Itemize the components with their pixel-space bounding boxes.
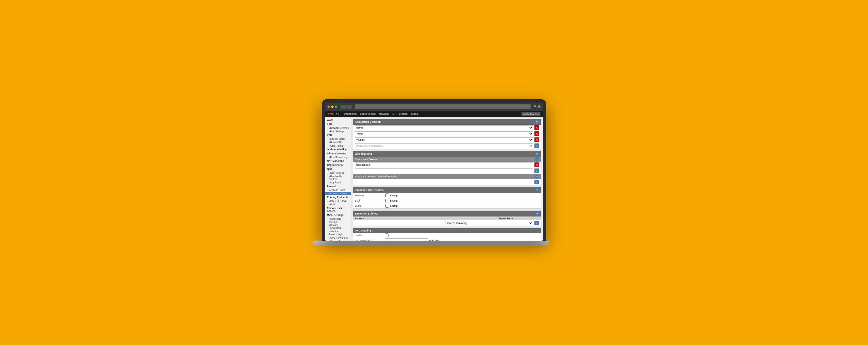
nav-network[interactable]: Network <box>378 112 390 116</box>
exempted-subnets-section: Exempted Subnets ? Network Subnet Mask <box>353 210 541 226</box>
subnet-column-headers: Network Subnet Mask <box>353 216 541 220</box>
url-logging-header: URL Logging <box>353 228 541 233</box>
customized-domains-header: Customized Domains ? <box>353 157 541 162</box>
browser-nav: ← → <box>340 105 352 109</box>
nav-dashboard[interactable]: Dashboard <box>342 112 358 116</box>
sidebar-item-wan[interactable]: WAN <box>325 118 351 122</box>
url-port-value: 514 <box>435 239 439 241</box>
url-enable-label: Enable <box>355 234 384 237</box>
subnet-mask-select[interactable]: 255.255.255.0 (/24) <box>445 221 533 226</box>
app-add-row: Please Select Application... + <box>353 143 541 149</box>
sidebar: WAN LAN Network Settings Port Settings V… <box>325 117 351 241</box>
exempted-subnets-help[interactable]: ? <box>535 212 539 216</box>
ug-checkbox-manager[interactable] <box>385 194 389 197</box>
app-select-twitter[interactable]: Twitter <box>355 131 533 136</box>
web-blocking-header: Web Blocking ? <box>353 151 541 157</box>
exempted-domain-input[interactable] <box>355 180 533 184</box>
application-blocking-title: Application Blocking <box>355 120 381 123</box>
add-app-button[interactable]: + <box>534 143 539 148</box>
add-subnet-button[interactable]: + <box>534 221 539 226</box>
web-blocking-section: Web Blocking ? Customized Domains ? ✕ <box>353 151 541 185</box>
traffic-light-green[interactable] <box>335 105 337 108</box>
laptop-base <box>313 241 549 246</box>
ug-check-guest: Exempt <box>385 204 398 208</box>
sidebar-item-certificate-manager[interactable]: Certificate Manager <box>325 217 351 223</box>
ug-checkbox-staff[interactable] <box>385 199 389 202</box>
domain-input-new[interactable] <box>355 169 533 173</box>
forward-button[interactable]: → <box>346 105 352 109</box>
sidebar-item-service-passthrough[interactable]: Service Passthrough <box>325 230 351 236</box>
sidebar-item-network-settings[interactable]: Network Settings <box>325 126 351 130</box>
back-button[interactable]: ← <box>340 105 346 109</box>
remove-netflix-button[interactable]: ✕ <box>534 125 539 130</box>
top-nav: peplink Dashboard Setup Wizard Network A… <box>325 111 543 117</box>
ug-row-manager: Manager Exempt <box>353 193 541 198</box>
address-bar[interactable] <box>355 104 531 109</box>
sidebar-item-bgp[interactable]: BGP <box>325 203 351 206</box>
url-logging-title: URL Logging <box>355 229 371 232</box>
sidebar-item-gre-tunnel[interactable]: GRE Tunnel <box>325 144 351 147</box>
ug-check-manager: Exempt <box>385 194 398 197</box>
sidebar-item-port-settings[interactable]: Port Settings <box>325 130 351 133</box>
customized-domains-help[interactable]: ? <box>535 157 539 161</box>
sidebar-item-bandwidth-control[interactable]: Bandwidth Control <box>325 174 351 181</box>
sidebar-item-outbound-policy[interactable]: Outbound Policy <box>325 147 351 151</box>
remove-twitter-button[interactable]: ✕ <box>534 131 539 136</box>
nav-status[interactable]: Status <box>409 112 420 116</box>
exempted-subnets-header: Exempted Subnets ? <box>353 211 541 216</box>
application-blocking-help[interactable]: ? <box>535 120 539 124</box>
sidebar-item-speedfusion[interactable]: SpeedFusion <box>325 137 351 141</box>
remove-youtube-button[interactable]: ✕ <box>534 137 539 142</box>
web-blocking-help[interactable]: ? <box>535 152 539 156</box>
ug-checkbox-guest[interactable] <box>385 204 389 208</box>
sidebar-item-service-forwarding[interactable]: Service Forwarding <box>325 223 351 230</box>
url-log-server-row: Log Server Host Port: 514 <box>353 238 541 241</box>
sidebar-item-user-groups[interactable]: User Groups <box>325 171 351 174</box>
ug-row-staff: Staff Exempt <box>353 198 541 203</box>
exempted-user-groups-help[interactable]: ? <box>535 188 539 192</box>
sidebar-item-routing-protocols[interactable]: Routing Protocols <box>325 195 351 199</box>
exempted-domains-help[interactable]: ? <box>535 174 539 178</box>
sidebar-item-application[interactable]: Application <box>325 181 351 184</box>
sidebar-item-content-filtering[interactable]: Content Filtering <box>325 192 351 195</box>
traffic-light-red[interactable] <box>328 105 330 108</box>
remove-facebook-button[interactable]: ✕ <box>534 163 539 167</box>
sidebar-item-firewall[interactable]: Firewall <box>325 184 351 188</box>
sidebar-item-inbound-access[interactable]: Inbound Access <box>325 151 351 156</box>
sidebar-item-misc-settings[interactable]: Misc. Settings <box>325 213 351 217</box>
sidebar-item-ipsec-vpn[interactable]: IPsec VPN <box>325 141 351 144</box>
app-select-netflix[interactable]: Netflix <box>355 125 533 130</box>
sidebar-item-gps-forwarding[interactable]: GPS Forwarding <box>325 236 351 240</box>
ug-label-guest: Guest <box>355 204 384 207</box>
url-log-server-input[interactable] <box>385 238 428 241</box>
exempted-user-groups-title: Exempted User Groups <box>355 188 384 192</box>
nav-setup-wizard[interactable]: Setup Wizard <box>359 112 377 116</box>
sidebar-item-qos[interactable]: QoS <box>325 167 351 171</box>
sidebar-item-vpn[interactable]: VPN <box>325 133 351 137</box>
sidebar-item-port-forwarding[interactable]: Port Forwarding <box>325 156 351 159</box>
application-blocking-header: Application Blocking ? <box>353 119 541 125</box>
apply-changes-button[interactable]: Apply Changes <box>522 112 540 116</box>
sidebar-item-nat-mappings[interactable]: NAT Mappings <box>325 159 351 163</box>
sidebar-item-grouped-networks[interactable]: Grouped Networks <box>325 240 351 241</box>
domain-input-facebook[interactable] <box>355 163 533 167</box>
subnet-add-row: 255.255.255.0 (/24) + <box>353 220 541 226</box>
subnet-network-input[interactable] <box>355 221 444 226</box>
ug-label-staff: Staff <box>355 199 384 202</box>
app-select-new[interactable]: Please Select Application... <box>355 143 533 148</box>
sidebar-item-captive-portal[interactable]: Captive Portal <box>325 163 351 167</box>
add-exempted-domain-button[interactable]: + <box>534 180 539 184</box>
content-area: Application Blocking ? Netflix ✕ <box>351 117 543 241</box>
traffic-light-yellow[interactable] <box>331 105 334 108</box>
subnet-col-network: Network <box>355 217 498 220</box>
url-enable-checkbox[interactable] <box>385 234 389 237</box>
nav-ap[interactable]: AP <box>391 112 397 116</box>
nav-system[interactable]: System <box>398 112 409 116</box>
sidebar-item-lan[interactable]: LAN <box>325 122 351 126</box>
sidebar-item-access-rules[interactable]: Access Rules <box>325 188 351 192</box>
app-select-youtube[interactable]: Youtube <box>355 137 533 142</box>
add-domain-button[interactable]: + <box>534 169 539 173</box>
exempted-domains-label: Exempted Domains from Web Blocking <box>355 175 398 178</box>
sidebar-item-remote-user-access[interactable]: Remote User Access <box>325 206 351 213</box>
sidebar-item-ospf-ripv2[interactable]: OSPF & RIPv2 <box>325 199 351 203</box>
